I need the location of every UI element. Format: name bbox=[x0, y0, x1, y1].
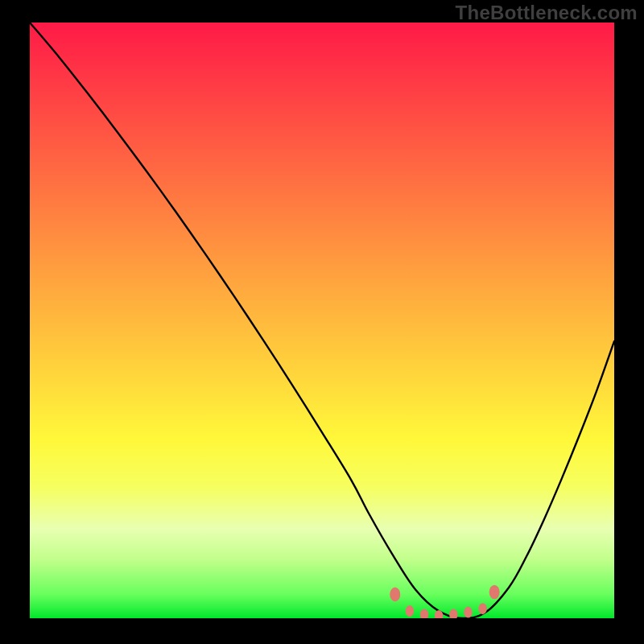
plot-background-gradient bbox=[30, 23, 614, 618]
chart-frame: TheBottleneck.com bbox=[0, 0, 644, 644]
watermark-text: TheBottleneck.com bbox=[456, 2, 638, 24]
